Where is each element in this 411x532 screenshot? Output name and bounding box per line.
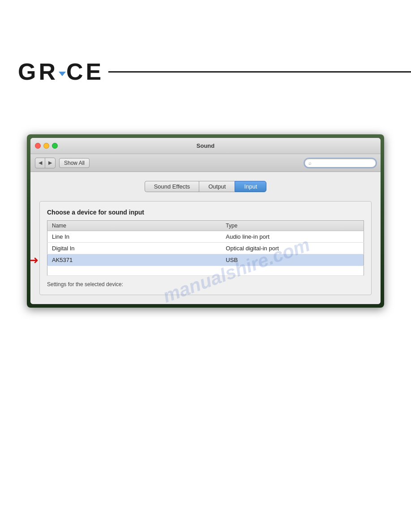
table-row[interactable]: Digital In Optical digital-in port: [47, 243, 364, 254]
search-box: ⌕: [304, 159, 376, 167]
grace-line: [108, 71, 411, 73]
column-header-type: Type: [221, 221, 364, 231]
grace-logo: GRCE: [18, 58, 104, 85]
toolbar: ◀ ▶ Show All ⌕: [30, 154, 381, 172]
search-input[interactable]: [313, 160, 372, 166]
window-buttons: [35, 143, 58, 149]
section-title: Choose a device for sound input: [47, 209, 364, 216]
settings-label: Settings for the selected device:: [47, 281, 364, 287]
device-type: USB: [221, 254, 364, 266]
content-area: Choose a device for sound input Name Typ…: [39, 201, 372, 295]
device-type: Audio line-in port: [221, 231, 364, 243]
device-type: Optical digital-in port: [221, 243, 364, 254]
column-header-name: Name: [47, 221, 222, 231]
window-container: Sound ◀ ▶ Show All ⌕ Sound Effects Outpu…: [27, 134, 384, 308]
table-row[interactable]: Line In Audio line-in port: [47, 231, 364, 243]
device-table-wrapper: Name Type Line In Audio line-in port Dig…: [47, 220, 364, 276]
table-row-empty: [47, 266, 364, 276]
show-all-button[interactable]: Show All: [59, 158, 90, 168]
tab-sound-effects[interactable]: Sound Effects: [145, 181, 199, 192]
mac-window: Sound ◀ ▶ Show All ⌕ Sound Effects Outpu…: [30, 138, 381, 304]
back-button[interactable]: ◀: [35, 158, 45, 168]
minimize-button[interactable]: [43, 143, 49, 149]
table-row-selected[interactable]: ➜ AK5371 USB: [47, 254, 364, 266]
device-name: Digital In: [47, 243, 222, 254]
red-arrow-icon: ➜: [30, 254, 39, 266]
tabs-row: Sound Effects Output Input: [39, 181, 372, 192]
forward-button[interactable]: ▶: [45, 158, 55, 168]
device-table: Name Type Line In Audio line-in port Dig…: [47, 220, 364, 276]
tab-output[interactable]: Output: [199, 181, 235, 192]
logo-triangle-icon: [59, 72, 66, 76]
table-header-row: Name Type: [47, 221, 364, 231]
grace-header: GRCE: [18, 58, 411, 85]
maximize-button[interactable]: [52, 143, 58, 149]
window-title: Sound: [197, 142, 214, 149]
search-icon: ⌕: [308, 160, 312, 166]
device-name: ➜ AK5371: [47, 254, 222, 266]
nav-buttons: ◀ ▶: [35, 158, 56, 168]
device-name: Line In: [47, 231, 222, 243]
close-button[interactable]: [35, 143, 41, 149]
tab-input[interactable]: Input: [235, 181, 266, 192]
title-bar: Sound: [30, 138, 381, 154]
window-content: Sound Effects Output Input Choose a devi…: [30, 172, 381, 304]
